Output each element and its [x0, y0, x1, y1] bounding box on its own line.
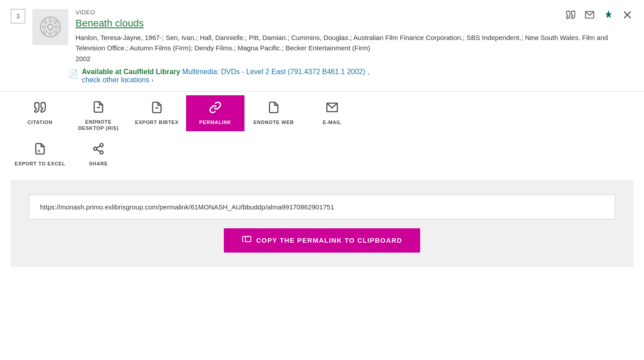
pin-button[interactable]	[603, 9, 614, 21]
endnote-desktop-icon	[92, 101, 105, 115]
svg-point-8	[55, 26, 58, 28]
tab-permalink[interactable]: PERMALINK	[186, 95, 244, 131]
share-icon	[92, 142, 105, 157]
close-button[interactable]	[622, 9, 633, 21]
tab-citation[interactable]: CITATION	[11, 95, 69, 131]
email-top-button[interactable]	[584, 9, 595, 21]
quote-button[interactable]	[565, 9, 577, 21]
tab-endnote-web-label: ENDNOTE WEB	[253, 119, 294, 125]
copy-permalink-label: COPY THE PERMALINK TO CLIPBOARD	[256, 236, 402, 244]
tab-citation-label: CITATION	[27, 119, 53, 125]
copy-permalink-button[interactable]: COPY THE PERMALINK TO CLIPBOARD	[224, 228, 420, 253]
tab-export-excel-label: EXPORT TO EXCEL	[15, 160, 66, 167]
svg-line-20	[97, 150, 100, 152]
tab-endnote-desktop-label: ENDNOTE DESKTOP (RIS)	[78, 119, 119, 132]
record-card: 3 VIDEO Beneath clouds Hanlon, Teresa-Ja…	[0, 0, 644, 91]
card-info: VIDEO Beneath clouds Hanlon, Teresa-Jayn…	[76, 9, 633, 62]
svg-point-3	[40, 17, 60, 37]
top-actions	[565, 9, 633, 21]
tabs-row-2: X EXPORT TO EXCEL SHARE	[0, 137, 644, 173]
tab-share-label: SHARE	[89, 160, 108, 167]
svg-point-10	[54, 31, 57, 33]
svg-point-6	[49, 32, 52, 35]
permalink-icon	[209, 101, 222, 116]
availability-icon: 📄	[68, 69, 78, 79]
tab-export-bibtex[interactable]: EXPORT BIBTEX	[128, 95, 186, 131]
citation-icon	[34, 101, 46, 116]
tab-export-bibtex-label: EXPORT BIBTEX	[135, 119, 178, 125]
tab-email-label: E-MAIL	[323, 119, 342, 125]
permalink-section: https://monash.primo.exlibrisgroup.com/p…	[11, 180, 633, 267]
svg-point-5	[49, 19, 52, 22]
tab-endnote-web[interactable]: ENDNOTE WEB	[244, 95, 303, 131]
card-title[interactable]: Beneath clouds	[76, 18, 633, 29]
tab-endnote-desktop[interactable]: ENDNOTE DESKTOP (RIS)	[69, 95, 128, 137]
result-number: 3	[11, 9, 25, 23]
permalink-url[interactable]: https://monash.primo.exlibrisgroup.com/p…	[29, 195, 615, 219]
svg-point-11	[54, 21, 57, 23]
availability-location-blue: Multimedia: DVDs - Level 2 East (791.437…	[182, 68, 369, 76]
card-authors: Hanlon, Teresa-Jayne, 1967-; Sen, Ivan.;…	[76, 33, 633, 53]
check-other-locations-link[interactable]: check other locations ›	[82, 76, 153, 84]
svg-point-9	[44, 21, 47, 23]
tab-export-excel[interactable]: X EXPORT TO EXCEL	[11, 137, 69, 173]
svg-point-19	[100, 151, 103, 154]
export-excel-icon: X	[34, 142, 46, 157]
availability-location-green: Available at Caulfield Library	[82, 68, 180, 76]
clipboard-icon	[242, 236, 252, 245]
tab-email[interactable]: E-MAIL	[303, 95, 361, 131]
card-header: 3 VIDEO Beneath clouds Hanlon, Teresa-Ja…	[11, 9, 633, 62]
svg-point-18	[94, 147, 97, 151]
svg-point-17	[100, 144, 103, 147]
media-type: VIDEO	[76, 9, 633, 16]
tab-permalink-label: PERMALINK	[199, 119, 231, 125]
svg-line-21	[97, 146, 100, 148]
email-tab-icon	[326, 101, 338, 116]
availability-text: Available at Caulfield Library Multimedi…	[82, 68, 369, 84]
svg-point-12	[44, 31, 47, 33]
availability-section: 📄 Available at Caulfield Library Multime…	[11, 68, 633, 91]
tabs-row: CITATION ENDNOTE DESKTOP (RIS) EXPORT BI…	[0, 92, 644, 137]
svg-text:X: X	[37, 149, 40, 154]
card-year: 2002	[76, 55, 633, 62]
tab-share[interactable]: SHARE	[69, 137, 128, 173]
export-bibtex-icon	[151, 101, 163, 116]
svg-point-4	[48, 24, 53, 30]
endnote-web-icon	[267, 101, 280, 116]
svg-point-7	[43, 26, 45, 28]
media-thumbnail	[32, 9, 68, 45]
